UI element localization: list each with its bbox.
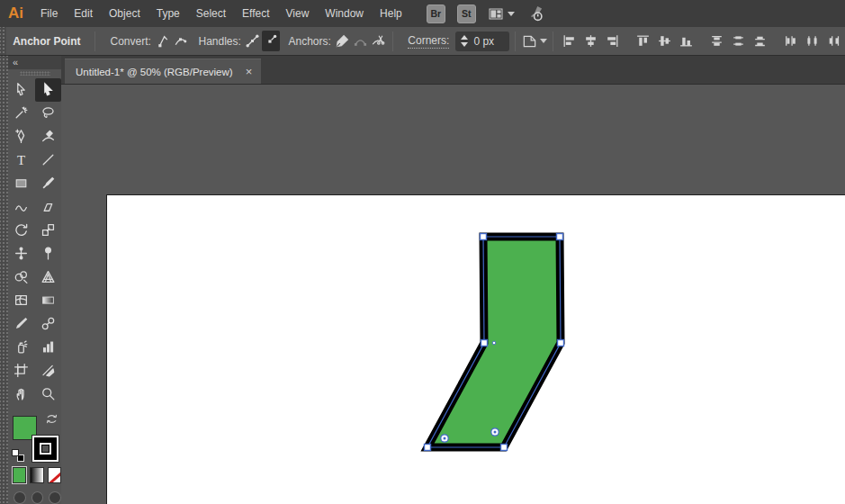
workspace-layout-icon (488, 7, 504, 21)
menu-object[interactable]: Object (101, 0, 148, 27)
shape-builder-tool[interactable] (8, 266, 35, 289)
control-bar-grip[interactable] (0, 27, 6, 55)
cut-path-button[interactable] (370, 31, 388, 51)
separator (553, 32, 553, 51)
svg-text:T: T (17, 153, 25, 167)
remove-anchor-points-button[interactable] (334, 31, 352, 51)
bridge-button[interactable]: Br (427, 4, 445, 23)
horizontal-distribute-left-button[interactable] (780, 31, 802, 51)
color-type-buttons (8, 464, 61, 486)
canvas[interactable] (61, 85, 845, 504)
horizontal-distribute-right-button[interactable] (823, 31, 845, 51)
lasso-tool[interactable] (35, 102, 62, 125)
default-fill-stroke-icon[interactable] (12, 449, 24, 462)
line-segment-tool[interactable] (35, 148, 62, 172)
selection-tool[interactable] (8, 78, 35, 102)
anchor-point (425, 445, 431, 451)
gradient-button[interactable] (30, 467, 43, 483)
scale-tool[interactable] (35, 219, 62, 242)
vertical-distribute-bottom-button[interactable] (750, 31, 771, 51)
horizontal-align-left-button[interactable] (559, 31, 580, 51)
mesh-tool[interactable] (8, 289, 35, 312)
draw-normal-button[interactable] (13, 491, 26, 504)
shaper-tool[interactable] (8, 195, 35, 219)
artboard[interactable] (106, 194, 845, 504)
curvature-tool[interactable] (35, 125, 62, 148)
vertical-distribute-center-button[interactable] (728, 31, 750, 51)
draw-behind-button[interactable] (31, 491, 44, 504)
color-button[interactable] (13, 467, 26, 483)
live-corner-widget (492, 341, 496, 345)
select-similar-options-button[interactable] (521, 31, 547, 51)
menu-window[interactable]: Window (317, 0, 372, 27)
width-tool[interactable] (8, 242, 35, 266)
convert-to-corner-button[interactable] (154, 31, 172, 51)
show-handles-button[interactable] (244, 31, 262, 51)
anchor-point (481, 234, 487, 240)
workspace-switcher[interactable] (488, 7, 515, 21)
convert-label: Convert: (110, 35, 150, 48)
horizontal-align-right-button[interactable] (602, 31, 624, 51)
menu-type[interactable]: Type (148, 0, 188, 27)
vertical-align-top-button[interactable] (633, 31, 654, 51)
horizontal-align-center-button[interactable] (580, 31, 602, 51)
eyedropper-tool[interactable] (8, 312, 35, 336)
menu-bar: Ai FileEditObjectTypeSelectEffectViewWin… (0, 0, 845, 27)
collapse-panel-button[interactable]: « (8, 56, 61, 69)
slice-tool[interactable] (35, 359, 62, 382)
direct-selection-tool[interactable] (35, 78, 62, 102)
column-graph-tool[interactable] (35, 336, 62, 359)
separator (392, 32, 393, 51)
corners-stepper[interactable] (461, 35, 468, 47)
menu-select[interactable]: Select (188, 0, 234, 27)
stroke-color-swatch[interactable] (32, 436, 58, 462)
magic-wand-tool[interactable] (8, 102, 35, 125)
paintbrush-tool[interactable] (35, 172, 62, 195)
rotate-tool[interactable] (8, 219, 35, 242)
menu-view[interactable]: View (278, 0, 318, 27)
blend-tool[interactable] (35, 312, 62, 336)
stock-button[interactable]: St (457, 4, 476, 23)
tool-buttons: T (8, 78, 61, 406)
menu-file[interactable]: File (32, 0, 66, 27)
hand-tool[interactable] (8, 382, 35, 406)
illustrator-window: Ai FileEditObjectTypeSelectEffectViewWin… (0, 0, 845, 504)
convert-to-smooth-button[interactable] (172, 31, 190, 51)
menu-effect[interactable]: Effect (234, 0, 277, 27)
swap-fill-stroke-icon[interactable] (46, 413, 58, 428)
rectangle-tool[interactable] (8, 172, 35, 195)
artboard-tool[interactable] (8, 359, 35, 382)
corners-input[interactable]: 0 px (455, 32, 509, 51)
connect-end-points-button[interactable] (352, 31, 370, 51)
gpu-performance-icon[interactable] (526, 4, 546, 22)
symbol-sprayer-tool[interactable] (8, 336, 35, 359)
gradient-tool[interactable] (35, 289, 62, 312)
corners-link[interactable]: Corners: (408, 34, 449, 49)
anchor-point (481, 340, 488, 346)
menu-edit[interactable]: Edit (66, 0, 101, 27)
vertical-distribute-top-button[interactable] (706, 31, 728, 51)
eraser-tool[interactable] (35, 195, 62, 219)
horizontal-distribute-center-button[interactable] (802, 31, 823, 51)
close-tab-icon[interactable]: × (246, 66, 253, 77)
corners-value[interactable]: 0 px (473, 35, 494, 48)
vertical-align-bottom-button[interactable] (676, 31, 697, 51)
hide-handles-button[interactable] (262, 31, 280, 51)
drawing-mode-buttons (8, 486, 61, 504)
selected-shape[interactable] (107, 195, 845, 504)
document-tab-bar: Untitled-1* @ 50% (RGB/Preview) × (61, 56, 845, 85)
none-button[interactable] (48, 467, 61, 483)
menu-help[interactable]: Help (372, 0, 410, 27)
chevron-down-icon (508, 12, 515, 16)
separator (515, 32, 516, 51)
panel-grip[interactable] (8, 69, 61, 77)
puppet-warp-tool[interactable] (35, 242, 62, 266)
zoom-tool[interactable] (35, 382, 62, 406)
document-tab[interactable]: Untitled-1* @ 50% (RGB/Preview) × (65, 58, 261, 84)
panel-drag-grip[interactable] (0, 56, 8, 504)
draw-inside-button[interactable] (49, 491, 61, 504)
pen-tool[interactable] (8, 125, 35, 148)
type-tool[interactable]: T (8, 148, 35, 172)
perspective-grid-tool[interactable] (35, 266, 62, 289)
vertical-align-center-button[interactable] (654, 31, 676, 51)
